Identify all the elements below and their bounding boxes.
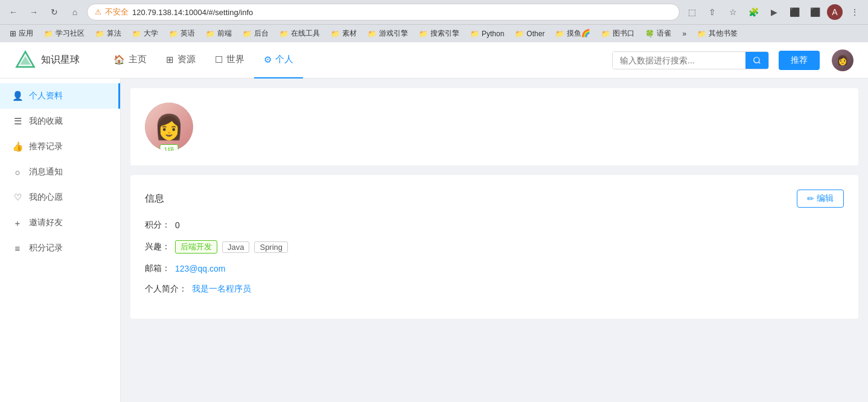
- refresh-button[interactable]: ↻: [46, 4, 63, 21]
- world-icon: ☐: [215, 54, 223, 65]
- bookmark-backend[interactable]: 📁 后台: [238, 27, 273, 40]
- bookmark-button[interactable]: ☆: [724, 4, 741, 21]
- bookmark-label: 应用: [19, 28, 33, 39]
- bookmark-algo[interactable]: 📁 算法: [91, 27, 126, 40]
- edit-label: 编辑: [817, 193, 834, 204]
- folder-icon: 📁: [279, 30, 289, 38]
- folder-icon: 📁: [601, 30, 610, 38]
- bookmark-label: 算法: [107, 28, 121, 39]
- bookmark-more[interactable]: »: [677, 28, 691, 39]
- bookmark-study[interactable]: 📁 学习社区: [39, 27, 89, 40]
- nav-home-label: 主页: [129, 54, 147, 65]
- browser-toolbar: ← → ↻ ⌂ ⚠ 不安全 120.79.138.14:10004/#/sett…: [0, 0, 868, 24]
- url-text: 120.79.138.14:10004/#/setting/info: [132, 8, 253, 17]
- address-bar[interactable]: ⚠ 不安全 120.79.138.14:10004/#/setting/info: [87, 4, 680, 21]
- score-value: 0: [175, 220, 180, 230]
- extension3-button[interactable]: ⬛: [786, 4, 803, 21]
- sidebar-item-recommend-history[interactable]: 👍 推荐记录: [0, 134, 120, 159]
- logo-area[interactable]: 知识星球: [14, 49, 80, 71]
- nav-personal[interactable]: ⚙ 个人: [254, 42, 303, 78]
- bio-row: 个人简介： 我是一名程序员: [145, 284, 844, 295]
- nav-resources-label: 资源: [177, 54, 196, 65]
- sidebar-item-favorites[interactable]: ☰ 我的收藏: [0, 109, 120, 134]
- home-button[interactable]: ⌂: [66, 4, 83, 21]
- bookmark-search[interactable]: 📁 搜索引擎: [414, 27, 464, 40]
- sidebar-profile-label: 个人资料: [29, 91, 63, 101]
- folder-icon: 📁: [555, 30, 564, 38]
- nav-personal-label: 个人: [275, 54, 293, 65]
- edit-button[interactable]: ✏ 编辑: [797, 190, 844, 208]
- folder-icon: 📁: [206, 30, 215, 38]
- bookmark-university[interactable]: 📁 大学: [127, 27, 163, 40]
- sidebar-item-wishlist[interactable]: ♡ 我的心愿: [0, 185, 120, 210]
- bookmark-frontend[interactable]: 📁 前端: [201, 27, 237, 40]
- nav-items: 🏠 主页 ⊞ 资源 ☐ 世界 ⚙ 个人: [104, 42, 612, 78]
- share-button[interactable]: ⇧: [704, 4, 721, 21]
- notifications-icon: ○: [12, 167, 23, 177]
- sidebar-item-points[interactable]: ≡ 积分记录: [0, 235, 120, 261]
- bookmarks-bar: ⊞ 应用 📁 学习社区 📁 算法 📁 大学 📁 英语 📁 前端 📁 后台 📁: [0, 24, 868, 42]
- sidebar-notifications-label: 消息通知: [29, 167, 63, 177]
- profile-icon: 👤: [12, 91, 23, 101]
- extension-button[interactable]: 🧩: [745, 4, 762, 21]
- sidebar-item-invite[interactable]: + 邀请好友: [0, 210, 120, 235]
- bookmark-yuque[interactable]: 🍀 语雀: [640, 27, 676, 40]
- bookmark-python[interactable]: 📁 Python: [465, 28, 509, 39]
- search-box: [612, 51, 769, 69]
- interests-row: 兴趣： 后端开发 Java Spring: [145, 240, 844, 254]
- nav-home[interactable]: 🏠 主页: [104, 42, 156, 78]
- bookmark-apps[interactable]: ⊞ 应用: [5, 27, 38, 40]
- bookmark-books[interactable]: 📁 图书口: [596, 27, 639, 40]
- bookmark-materials[interactable]: 📁 素材: [326, 27, 362, 40]
- bookmark-label: 图书口: [613, 28, 634, 39]
- sidebar: 👤 个人资料 ☰ 我的收藏 👍 推荐记录 ○ 消息通知 ♡ 我的心愿 + 邀请好…: [0, 78, 121, 402]
- logo-icon: [14, 49, 36, 71]
- folder-icon: 📁: [95, 30, 104, 38]
- personal-icon: ⚙: [264, 54, 272, 65]
- bookmark-game[interactable]: 📁 游戏引擎: [363, 27, 413, 40]
- bookmark-others[interactable]: 📁 其他书签: [692, 27, 742, 40]
- bio-value: 我是一名程序员: [192, 284, 251, 295]
- edit-icon: ✏: [807, 194, 814, 203]
- sidebar-item-notifications[interactable]: ○ 消息通知: [0, 159, 120, 185]
- header-avatar[interactable]: 👩: [832, 49, 854, 71]
- search-area: 推荐 👩: [612, 49, 854, 71]
- wishlist-icon: ♡: [12, 192, 23, 203]
- sidebar-favorites-label: 我的收藏: [29, 116, 63, 127]
- bookmark-english[interactable]: 📁 英语: [164, 27, 200, 40]
- bookmark-tools[interactable]: 📁 在线工具: [275, 27, 325, 40]
- recommend-button[interactable]: 推荐: [779, 51, 820, 70]
- folder-icon: 📁: [419, 30, 428, 38]
- bookmark-label: 后台: [254, 28, 269, 39]
- search-button[interactable]: [745, 52, 768, 69]
- more-icon: »: [682, 30, 686, 38]
- bookmark-label: 搜索引擎: [430, 28, 459, 39]
- extension4-button[interactable]: ⬛: [806, 4, 823, 21]
- apps-icon: ⊞: [10, 29, 16, 38]
- back-button[interactable]: ←: [5, 4, 22, 21]
- search-input[interactable]: [613, 52, 745, 69]
- email-label: 邮箱：: [145, 263, 170, 274]
- bookmark-other[interactable]: 📁 Other: [510, 28, 549, 39]
- sidebar-invite-label: 邀请好友: [29, 217, 63, 228]
- sidebar-item-profile[interactable]: 👤 个人资料: [0, 83, 120, 109]
- search-icon: [753, 56, 761, 65]
- bookmark-label: 游戏引擎: [379, 28, 408, 39]
- extension2-button[interactable]: ▶: [765, 4, 782, 21]
- bookmark-label: Python: [482, 30, 504, 38]
- bookmark-label: 大学: [144, 28, 158, 39]
- info-card: 信息 ✏ 编辑 积分： 0 兴趣： 后端开发 Java Spring 邮箱： 1…: [130, 175, 858, 319]
- menu-button[interactable]: ⋮: [846, 4, 863, 21]
- cast-button[interactable]: ⬚: [683, 4, 700, 21]
- level-badge: 1级: [159, 144, 178, 151]
- profile-button[interactable]: A: [827, 4, 843, 20]
- svg-point-2: [754, 57, 759, 62]
- nav-resources[interactable]: ⊞ 资源: [156, 42, 205, 78]
- bookmark-label: 其他书签: [709, 28, 738, 39]
- forward-button[interactable]: →: [25, 4, 42, 21]
- bookmark-fishing[interactable]: 📁 摸鱼🌈: [550, 27, 595, 40]
- security-warning-icon: ⚠: [95, 8, 101, 16]
- nav-world[interactable]: ☐ 世界: [205, 42, 254, 78]
- security-warning-text: 不安全: [105, 7, 129, 18]
- info-header: 信息 ✏ 编辑: [145, 190, 844, 208]
